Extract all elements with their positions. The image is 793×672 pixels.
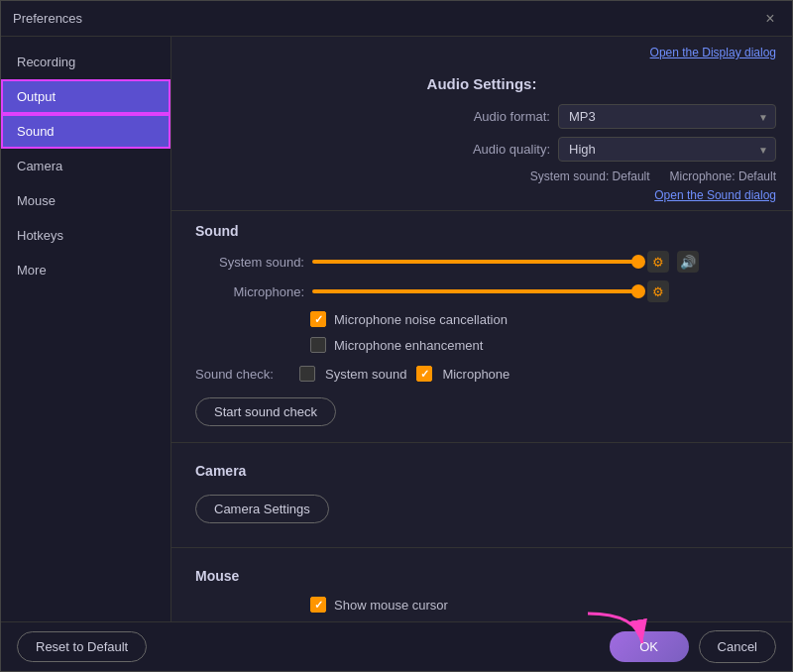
window-title: Preferences: [13, 11, 82, 26]
mouse-section-header: Mouse: [171, 560, 792, 592]
audio-format-select[interactable]: MP3: [558, 104, 776, 129]
microphone-slider-thumb[interactable]: [631, 284, 645, 298]
sound-check-row: Sound check: System sound Microphone: [171, 358, 792, 390]
sound-check-system-label: System sound: [325, 367, 406, 382]
sidebar-item-sound[interactable]: Sound: [1, 114, 170, 149]
audio-quality-row: Audio quality: High: [171, 137, 792, 162]
audio-quality-select-wrapper: High: [558, 137, 776, 162]
ok-cancel-area: OK Cancel: [610, 630, 776, 663]
mouse-section: Mouse Show mouse cursor: [171, 552, 792, 621]
audio-quality-select[interactable]: High: [558, 137, 776, 162]
noise-cancellation-label: Microphone noise cancellation: [334, 312, 508, 327]
noise-cancellation-row: Microphone noise cancellation: [171, 306, 792, 332]
start-sound-check-button[interactable]: Start sound check: [195, 397, 336, 426]
sidebar-item-camera[interactable]: Camera: [1, 149, 170, 183]
show-cursor-checkbox[interactable]: [310, 597, 326, 613]
system-sound-gear-icon[interactable]: ⚙: [647, 251, 669, 273]
audio-quality-label: Audio quality:: [451, 142, 550, 157]
camera-section: Camera Camera Settings: [171, 447, 792, 543]
show-cursor-row: Show mouse cursor: [171, 592, 792, 617]
sound-check-system-checkbox[interactable]: [299, 366, 315, 382]
audio-settings-title: Audio Settings:: [171, 63, 792, 104]
microphone-info: Microphone: Default: [670, 169, 776, 183]
system-sound-slider-thumb[interactable]: [631, 255, 645, 269]
content-area: Recording Output Sound Camera Mouse Hotk…: [1, 37, 792, 621]
close-button[interactable]: ×: [760, 9, 780, 29]
camera-section-header: Camera: [171, 455, 792, 487]
system-sound-slider-row: System sound: ⚙ 🔊: [171, 247, 792, 277]
microphone-slider-label: Microphone:: [195, 284, 304, 299]
action-buttons: OK Cancel: [610, 630, 776, 663]
enhancement-row: Microphone enhancement: [171, 332, 792, 358]
preferences-window: Preferences × Recording Output Sound Cam…: [0, 0, 793, 672]
divider-mouse: [171, 547, 792, 548]
sidebar-item-output[interactable]: Output: [1, 79, 170, 114]
divider-sound: [171, 210, 792, 211]
audio-format-row: Audio format: MP3: [171, 104, 792, 129]
sound-section-header: Sound: [171, 215, 792, 247]
camera-settings-button[interactable]: Camera Settings: [195, 495, 329, 523]
reset-to-default-button[interactable]: Reset to Default: [17, 631, 147, 662]
divider-camera: [171, 442, 792, 443]
camera-settings-row: Camera Settings: [171, 487, 792, 535]
enhancement-label: Microphone enhancement: [334, 338, 483, 353]
sound-check-microphone-checkbox[interactable]: [416, 366, 432, 382]
main-panel: Open the Display dialog Audio Settings: …: [171, 37, 792, 621]
cancel-button[interactable]: Cancel: [699, 630, 776, 663]
system-sound-info: System sound: Default: [530, 169, 650, 183]
audio-info-row: System sound: Default Microphone: Defaul…: [171, 169, 792, 183]
sound-check-microphone-label: Microphone: [442, 367, 510, 382]
audio-format-label: Audio format:: [451, 109, 550, 124]
bottom-bar: Reset to Default OK Cancel: [1, 621, 792, 671]
start-sound-check-row: Start sound check: [171, 390, 792, 438]
microphone-slider-track[interactable]: [312, 289, 639, 293]
display-dialog-link-row: Open the Display dialog: [171, 37, 792, 63]
open-display-dialog-link[interactable]: Open the Display dialog: [650, 46, 776, 59]
sidebar-item-recording[interactable]: Recording: [1, 45, 170, 79]
open-sound-dialog-link[interactable]: Open the Sound dialog: [654, 188, 776, 202]
sound-dialog-link-row: Open the Sound dialog: [171, 187, 792, 202]
system-sound-speaker-icon[interactable]: 🔊: [677, 251, 699, 273]
enhancement-checkbox[interactable]: [310, 337, 326, 353]
audio-format-select-wrapper: MP3: [558, 104, 776, 129]
show-cursor-label: Show mouse cursor: [334, 598, 448, 613]
microphone-slider-row: Microphone: ⚙: [171, 277, 792, 306]
sidebar: Recording Output Sound Camera Mouse Hotk…: [1, 37, 171, 621]
system-sound-slider-label: System sound:: [195, 255, 304, 270]
sound-check-label: Sound check:: [195, 367, 289, 382]
title-bar: Preferences ×: [1, 1, 792, 37]
noise-cancellation-checkbox[interactable]: [310, 311, 326, 327]
sidebar-item-more[interactable]: More: [1, 253, 170, 287]
system-sound-slider-track[interactable]: [312, 260, 639, 264]
ok-button[interactable]: OK: [610, 631, 689, 662]
microphone-gear-icon[interactable]: ⚙: [647, 280, 669, 302]
sidebar-item-mouse[interactable]: Mouse: [1, 183, 170, 218]
sidebar-item-hotkeys[interactable]: Hotkeys: [1, 218, 170, 253]
